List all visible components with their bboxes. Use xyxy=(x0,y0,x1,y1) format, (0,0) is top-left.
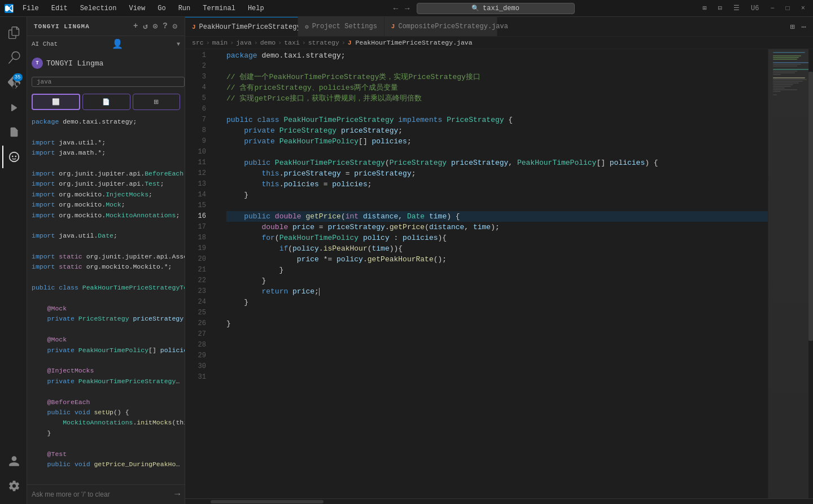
action-btn-2[interactable]: 📄 xyxy=(82,94,130,110)
code-line-13: this.policies = policies; xyxy=(226,179,768,190)
activity-explorer[interactable] xyxy=(2,21,25,44)
user-avatar-icon: 👤 xyxy=(112,38,123,50)
code-line-24: } xyxy=(226,297,768,308)
menu-run[interactable]: Run xyxy=(176,3,193,14)
code-line-1: package demo.taxi.strategy; xyxy=(226,50,768,61)
ai-user-header: AI Chat 👤 ▼ xyxy=(27,36,185,52)
tab-actions: ⊞ ⋯ xyxy=(788,17,813,36)
bc-sep2: › xyxy=(230,39,234,46)
ai-input-area: → xyxy=(27,484,185,504)
code-line-17: double price = priceStrategy.getPrice(di… xyxy=(226,222,768,233)
menu-help[interactable]: Help xyxy=(246,3,266,14)
tab-composite[interactable]: J CompositePriceStrategy.java xyxy=(384,17,497,36)
nav-forward[interactable]: → xyxy=(403,4,412,13)
activity-run[interactable] xyxy=(2,96,25,119)
menu-terminal[interactable]: Terminal xyxy=(200,3,238,14)
code-line-27 xyxy=(226,329,768,340)
activity-extensions[interactable] xyxy=(2,121,25,143)
bc-java[interactable]: java xyxy=(236,39,252,46)
code-line-28 xyxy=(226,340,768,350)
code-line-31 xyxy=(226,372,768,383)
tab-project-settings[interactable]: ⚙ Project Settings xyxy=(298,17,384,36)
bc-main[interactable]: main xyxy=(212,39,228,46)
code-line xyxy=(32,439,180,449)
code-line-25 xyxy=(226,308,768,318)
minimize-btn[interactable]: − xyxy=(767,3,777,14)
ai-chat-input[interactable] xyxy=(32,490,171,498)
new-chat-icon[interactable]: + xyxy=(133,21,138,31)
svg-point-0 xyxy=(9,152,19,162)
send-button[interactable]: → xyxy=(174,489,180,499)
code-line-22: } xyxy=(226,275,768,286)
ai-chat-label: AI Chat xyxy=(32,41,58,47)
code-line-11: public PeakHourTimePriceStrategy(PriceSt… xyxy=(226,157,768,168)
code-line: @InjectMocks xyxy=(32,366,180,376)
bc-taxi[interactable]: taxi xyxy=(284,39,300,46)
bc-current-file[interactable]: J PeakHourTimePriceStrategy.java xyxy=(348,39,473,46)
settings-icon[interactable]: ⚙ xyxy=(173,21,178,31)
menu-edit[interactable]: Edit xyxy=(49,3,70,14)
close-btn[interactable]: × xyxy=(798,3,808,14)
tongyi-logo: T xyxy=(32,58,43,69)
refresh-icon[interactable]: ↺ xyxy=(143,21,148,31)
history-icon[interactable]: ⊙ xyxy=(153,21,158,31)
user-badge[interactable]: U6 xyxy=(748,3,762,14)
titlebar-right: ⊞ ⊟ ☰ U6 − □ × xyxy=(700,3,808,14)
search-icon: 🔍 xyxy=(471,5,479,12)
tab-peak-hour[interactable]: J PeakHourTimePriceStrategy.java ● × xyxy=(185,17,298,36)
layout-btn3[interactable]: ☰ xyxy=(730,3,743,14)
code-content[interactable]: package demo.taxi.strategy; // 创建一个PeakH… xyxy=(220,49,768,498)
code-line-6 xyxy=(226,104,768,115)
menu-selection[interactable]: Selection xyxy=(78,3,119,14)
code-line-14: } xyxy=(226,190,768,200)
activity-search[interactable] xyxy=(2,46,25,69)
project-search[interactable]: 🔍 taxi_demo xyxy=(417,3,575,14)
bc-demo[interactable]: demo xyxy=(260,39,276,46)
activity-bottom xyxy=(2,450,25,499)
code-line: import org.mockito.InjectMocks; xyxy=(32,190,180,200)
svg-point-2 xyxy=(15,156,16,157)
bc-src[interactable]: src xyxy=(192,39,204,46)
activity-settings[interactable] xyxy=(2,475,25,497)
layout-btn2[interactable]: ⊟ xyxy=(715,3,725,14)
bc-sep4: › xyxy=(278,39,282,46)
activity-accounts[interactable] xyxy=(2,450,25,472)
more-actions-btn[interactable]: ⋯ xyxy=(799,21,808,33)
code-line-23: return price; xyxy=(226,286,768,297)
code-line: private PeakHourTimePriceStrategy peakHo… xyxy=(32,376,180,387)
code-line xyxy=(32,221,180,231)
activity-git[interactable]: 35 xyxy=(2,71,25,94)
code-line xyxy=(32,293,180,304)
dropdown-arrow-icon[interactable]: ▼ xyxy=(177,41,180,47)
action-btn-3-icon: ⊞ xyxy=(154,98,159,106)
language-badge: java xyxy=(32,77,185,87)
menu-view[interactable]: View xyxy=(126,3,147,14)
code-line xyxy=(32,356,180,366)
sidebar-header: TONGYI LINGMA + ↺ ⊙ ? ⚙ xyxy=(27,17,185,36)
code-line-4: // 含有priceStrategy、policies两个成员变量 xyxy=(226,82,768,93)
maximize-btn[interactable]: □ xyxy=(783,3,793,14)
action-btn-2-icon: 📄 xyxy=(102,98,110,106)
bc-strategy[interactable]: strategy xyxy=(308,39,339,46)
menu-file[interactable]: File xyxy=(20,3,41,14)
code-line-16: public double getPrice(int distance, Dat… xyxy=(226,211,768,222)
action-btn-1[interactable]: ⬜ xyxy=(32,94,80,110)
layout-btn1[interactable]: ⊞ xyxy=(700,3,710,14)
code-line-8: private PriceStrategy priceStrategy; xyxy=(226,125,768,136)
code-line xyxy=(32,242,180,252)
minimap[interactable] xyxy=(768,49,813,498)
help-icon[interactable]: ? xyxy=(163,21,168,31)
code-line: @Mock xyxy=(32,335,180,345)
code-line-3: // 创建一个PeakHourTimePriceStrategy类，实现Pric… xyxy=(226,72,768,82)
action-btn-3[interactable]: ⊞ xyxy=(133,94,180,110)
activity-tongyi[interactable] xyxy=(2,146,25,168)
nav-back[interactable]: ← xyxy=(391,4,400,13)
menu-go[interactable]: Go xyxy=(155,3,168,14)
code-line: import org.junit.jupiter.api.Test; xyxy=(32,179,180,189)
code-line-9: private PeakHourTimePolicy[] policies; xyxy=(226,136,768,147)
scrollbar-horizontal[interactable] xyxy=(185,498,813,504)
tongyi-branding: T TONGYI Lingma xyxy=(27,54,185,72)
split-editor-btn[interactable]: ⊞ xyxy=(788,21,797,33)
java-file-icon-2: J xyxy=(391,23,395,30)
code-line: package demo.taxi.strategy; xyxy=(32,117,180,127)
